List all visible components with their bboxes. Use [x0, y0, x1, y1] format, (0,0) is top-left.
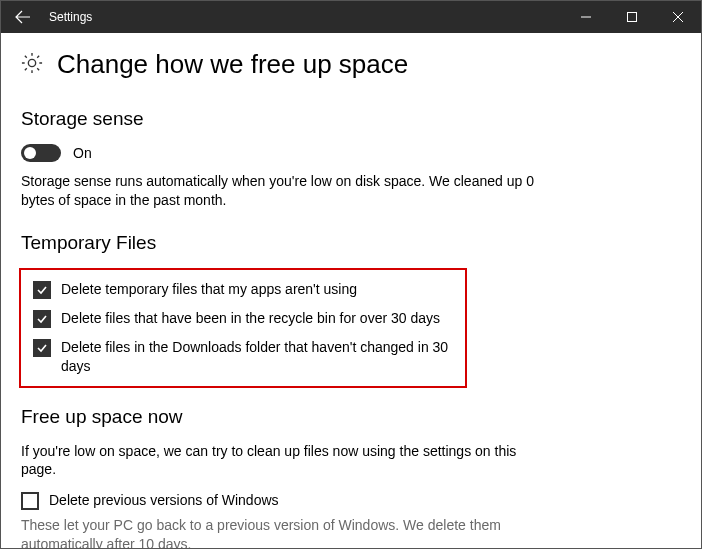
minimize-icon — [581, 12, 591, 22]
temp-files-option-1: Delete temporary files that my apps aren… — [33, 280, 453, 299]
temp-files-option-3: Delete files in the Downloads folder tha… — [33, 338, 453, 376]
free-up-section: Free up space now If you're low on space… — [21, 406, 681, 549]
checkmark-icon — [36, 342, 48, 354]
close-icon — [673, 12, 683, 22]
storage-sense-toggle[interactable] — [21, 144, 61, 162]
window-title: Settings — [49, 10, 563, 24]
page-title: Change how we free up space — [57, 49, 408, 80]
toggle-knob — [24, 147, 36, 159]
checkbox-delete-previous-windows[interactable] — [21, 492, 39, 510]
page-header: Change how we free up space — [21, 49, 681, 80]
minimize-button[interactable] — [563, 1, 609, 33]
window-controls — [563, 1, 701, 33]
page-content: Change how we free up space Storage sens… — [1, 33, 701, 549]
checkbox-delete-downloads[interactable] — [33, 339, 51, 357]
back-button[interactable] — [1, 1, 45, 33]
temporary-files-heading: Temporary Files — [21, 232, 681, 254]
storage-sense-toggle-row: On — [21, 144, 681, 162]
free-up-description: If you're low on space, we can try to cl… — [21, 442, 541, 480]
maximize-icon — [627, 12, 637, 22]
window-titlebar: Settings — [1, 1, 701, 33]
checkbox-delete-temp-files[interactable] — [33, 281, 51, 299]
gear-icon — [21, 52, 43, 78]
storage-sense-description: Storage sense runs automatically when yo… — [21, 172, 541, 210]
checkbox-label: Delete previous versions of Windows — [49, 491, 279, 510]
checkmark-icon — [36, 284, 48, 296]
maximize-button[interactable] — [609, 1, 655, 33]
temp-files-option-2: Delete files that have been in the recyc… — [33, 309, 453, 328]
delete-previous-windows-row: Delete previous versions of Windows — [21, 491, 681, 510]
back-arrow-icon — [15, 9, 31, 25]
checkbox-delete-recycle-bin[interactable] — [33, 310, 51, 328]
checkbox-label: Delete files that have been in the recyc… — [61, 309, 440, 328]
free-up-heading: Free up space now — [21, 406, 681, 428]
highlight-box: Delete temporary files that my apps aren… — [19, 268, 467, 388]
checkbox-label: Delete temporary files that my apps aren… — [61, 280, 357, 299]
checkmark-icon — [36, 313, 48, 325]
close-button[interactable] — [655, 1, 701, 33]
free-up-footer: These let your PC go back to a previous … — [21, 516, 541, 549]
checkbox-label: Delete files in the Downloads folder tha… — [61, 338, 453, 376]
svg-rect-0 — [628, 13, 637, 22]
storage-sense-toggle-label: On — [73, 145, 92, 161]
storage-sense-heading: Storage sense — [21, 108, 681, 130]
